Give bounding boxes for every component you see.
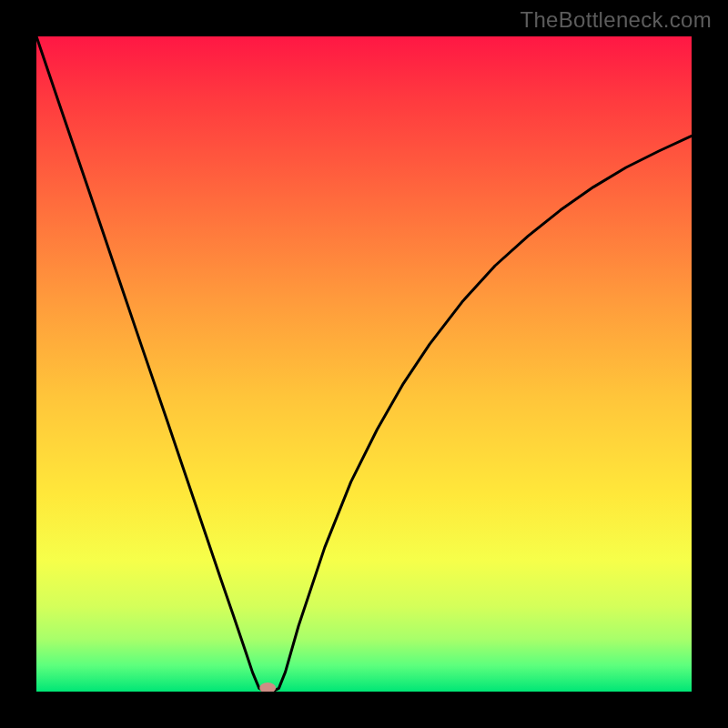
gradient-background xyxy=(36,36,692,692)
watermark-text: TheBottleneck.com xyxy=(520,7,712,33)
plot-area xyxy=(36,36,692,692)
chart-frame: TheBottleneck.com xyxy=(0,0,728,728)
bottleneck-chart xyxy=(36,36,692,692)
